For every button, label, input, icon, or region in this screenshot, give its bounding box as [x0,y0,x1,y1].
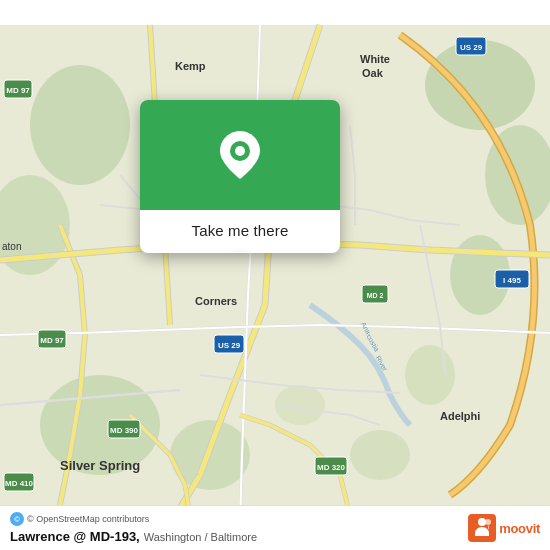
svg-text:aton: aton [2,241,21,252]
svg-text:MD 97: MD 97 [40,336,64,345]
osm-credit: © © OpenStreetMap contributors [10,512,257,526]
moovit-logo: moovit [468,514,540,542]
map-background: MD 97 US 29 MD 97 US 29 MD 390 MD 320 I … [0,0,550,550]
svg-text:Adelphi: Adelphi [440,410,480,422]
svg-text:Kemp: Kemp [175,60,206,72]
map-container: MD 97 US 29 MD 97 US 29 MD 390 MD 320 I … [0,0,550,550]
bottom-bar: © © OpenStreetMap contributors Lawrence … [0,505,550,550]
svg-point-43 [485,519,491,525]
moovit-brand-icon [468,514,496,542]
take-me-there-button[interactable]: Take me there [192,220,289,241]
svg-point-42 [478,518,486,526]
svg-text:MD 410: MD 410 [5,479,34,488]
popup-top [140,100,340,210]
popup-pointer [230,252,250,253]
svg-text:US 29: US 29 [460,43,483,52]
osm-logo-icon: © [10,512,24,526]
svg-point-9 [350,430,410,480]
location-pin-icon [218,133,262,177]
moovit-brand-text: moovit [499,521,540,536]
svg-text:MD 2: MD 2 [367,292,384,299]
svg-text:Corners: Corners [195,295,237,307]
svg-text:Oak: Oak [362,67,384,79]
location-subtitle: Washington / Baltimore [144,531,257,543]
svg-text:White: White [360,53,390,65]
svg-point-4 [405,345,455,405]
osm-credit-text: © OpenStreetMap contributors [27,514,149,524]
svg-text:MD 320: MD 320 [317,463,346,472]
popup-card: Take me there [140,100,340,253]
location-title: Lawrence @ MD-193, [10,529,140,544]
svg-text:I 495: I 495 [503,276,521,285]
svg-text:MD 390: MD 390 [110,426,139,435]
svg-text:US 29: US 29 [218,341,241,350]
bottom-left-info: © © OpenStreetMap contributors Lawrence … [10,512,257,544]
svg-point-40 [235,146,245,156]
svg-text:Silver Spring: Silver Spring [60,458,140,473]
popup-bottom[interactable]: Take me there [140,210,340,253]
svg-point-5 [30,65,130,185]
svg-text:MD 97: MD 97 [6,86,30,95]
